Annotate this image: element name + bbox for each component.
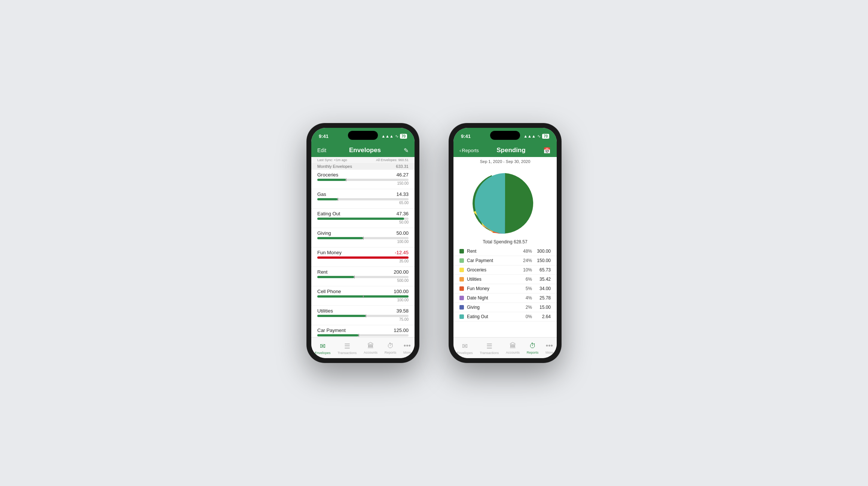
phone-envelopes: 9:41 ▲▲▲ ∿ 70 Edit Envelopes ✎ Last Sync…: [307, 123, 419, 363]
status-bar-2: 9:41 ▲▲▲ ∿ 70: [453, 128, 557, 144]
list-item[interactable]: Utilities 39.58 75.00: [311, 306, 415, 325]
tab-envelopes-1[interactable]: ✉ Envelopes: [315, 342, 330, 355]
legend-name: Giving: [467, 305, 519, 310]
edit-button[interactable]: Edit: [317, 147, 326, 153]
legend-item-groceries[interactable]: Groceries 10% 65.73: [453, 265, 557, 275]
phones-container: 9:41 ▲▲▲ ∿ 70 Edit Envelopes ✎ Last Sync…: [307, 123, 561, 363]
nav-title-1: Envelopes: [349, 147, 381, 154]
list-item[interactable]: Cell Phone 100.00 100.00: [311, 286, 415, 306]
legend-name: Eating Out: [467, 314, 519, 319]
progress-fill: [317, 276, 354, 278]
time-2: 9:41: [461, 133, 471, 139]
envelope-name: Utilities: [317, 308, 333, 314]
compose-icon[interactable]: ✎: [404, 147, 409, 154]
legend-pct: 10%: [519, 267, 532, 273]
progress-fill: [317, 198, 337, 200]
progress-track: [317, 179, 409, 181]
envelope-amount: -12.45: [395, 250, 409, 255]
tab-more-1[interactable]: ••• More: [403, 342, 411, 354]
list-item[interactable]: Fun Money -12.45 35.00: [311, 247, 415, 267]
progress-fill: [317, 315, 366, 317]
legend-color-fun-money: [459, 286, 464, 291]
notch-1: [348, 131, 378, 140]
tab-accounts-2[interactable]: 🏛 Accounts: [506, 342, 520, 354]
envelope-name: Fun Money: [317, 250, 342, 255]
tab-bar-1: ✉ Envelopes ☰ Transactions 🏛 Accounts ⏱ …: [311, 337, 415, 358]
tab-accounts-1[interactable]: 🏛 Accounts: [364, 342, 378, 354]
tab-transactions-1[interactable]: ☰ Transactions: [337, 342, 357, 355]
legend-pct: 0%: [519, 314, 532, 319]
envelope-amount: 47.36: [396, 211, 409, 216]
date-range: Sep 1, 2020 - Sep 30, 2020: [453, 157, 557, 166]
tab-transactions-2[interactable]: ☰ Transactions: [480, 342, 499, 355]
reports-icon-2: ⏱: [529, 342, 536, 350]
tab-label: Envelopes: [315, 351, 330, 355]
battery-badge-2: 70: [542, 134, 549, 139]
tab-more-2[interactable]: ••• More: [545, 342, 553, 354]
list-item[interactable]: Gas 14.33 65.00: [311, 189, 415, 209]
nav-title-2: Spending: [496, 147, 525, 154]
legend-amt: 300.00: [532, 249, 551, 254]
tab-bar-2: ✉ Envelopes ☰ Transactions 🏛 Accounts ⏱ …: [453, 337, 557, 358]
envelope-name: Cell Phone: [317, 289, 341, 294]
envelope-name: Eating Out: [317, 211, 340, 216]
envelope-budget: 100.00: [397, 298, 409, 302]
progress-marker: [354, 276, 355, 279]
envelope-budget: 500.00: [397, 279, 409, 283]
progress-track: [317, 295, 409, 298]
legend-item-rent[interactable]: Rent 48% 300.00: [453, 247, 557, 256]
legend-color-groceries: [459, 268, 464, 272]
envelope-amount: 200.00: [394, 269, 409, 275]
time-1: 9:41: [319, 133, 328, 139]
legend-item-eating-out[interactable]: Eating Out 0% 2.64: [453, 312, 557, 322]
legend-amt: 35.42: [532, 277, 551, 282]
legend-name: Utilities: [467, 277, 519, 282]
progress-track: [317, 256, 409, 259]
legend-pct: 24%: [519, 258, 532, 263]
legend-name: Groceries: [467, 267, 519, 273]
spending-pie-chart: [471, 170, 539, 237]
tab-label: Transactions: [480, 351, 499, 355]
legend-color-car-payment: [459, 258, 464, 263]
list-item[interactable]: Rent 200.00 500.00: [311, 267, 415, 286]
tab-label: Accounts: [364, 351, 378, 354]
tab-label: Reports: [385, 351, 397, 354]
more-icon-2: •••: [546, 342, 553, 350]
legend-item-date-night[interactable]: Date Night 4% 25.78: [453, 293, 557, 303]
all-envelopes-text: All Envelopes: 960.51: [376, 158, 409, 162]
list-item[interactable]: Eating Out 47.36 50.00: [311, 209, 415, 228]
back-label: Reports: [462, 148, 479, 153]
envelope-amount: 125.00: [394, 327, 409, 333]
progress-fill: [317, 179, 346, 181]
legend-item-fun-money[interactable]: Fun Money 5% 34.00: [453, 284, 557, 293]
status-icons-2: ▲▲▲ ∿ 70: [523, 134, 549, 139]
list-item[interactable]: Groceries 46.27 150.00: [311, 170, 415, 189]
more-icon: •••: [404, 342, 411, 350]
reports-nav: ‹ Reports Spending 📅: [453, 144, 557, 157]
list-item[interactable]: Giving 50.00 100.00: [311, 228, 415, 247]
nav-bar-1: Edit Envelopes ✎: [311, 144, 415, 157]
tab-label: More: [403, 351, 411, 354]
progress-track: [317, 334, 409, 336]
tab-envelopes-2[interactable]: ✉ Envelopes: [457, 342, 473, 355]
envelope-name: Rent: [317, 269, 327, 275]
progress-fill: [317, 237, 363, 239]
tab-reports-2[interactable]: ⏱ Reports: [527, 342, 539, 354]
list-item[interactable]: Car Payment 125.00 275.00: [311, 325, 415, 337]
legend-pct: 6%: [519, 277, 532, 282]
signal-icon-2: ▲▲▲: [523, 134, 536, 138]
legend-item-utilities[interactable]: Utilities 6% 35.42: [453, 275, 557, 284]
calendar-icon[interactable]: 📅: [543, 147, 551, 154]
envelope-budget: 75.00: [399, 317, 409, 322]
progress-fill-red: [317, 256, 409, 259]
envelope-name: Gas: [317, 191, 326, 197]
envelope-name: Car Payment: [317, 327, 346, 333]
tab-label: More: [545, 351, 553, 354]
tab-reports-1[interactable]: ⏱ Reports: [385, 342, 397, 354]
legend-item-giving[interactable]: Giving 2% 15.00: [453, 303, 557, 312]
phone-reports: 9:41 ▲▲▲ ∿ 70 ‹ Reports Spending 📅 Sep 1…: [449, 123, 561, 363]
monthly-label: Monthly Envelopes: [317, 164, 352, 169]
legend-amt: 150.00: [532, 258, 551, 263]
back-button[interactable]: ‹ Reports: [459, 148, 479, 153]
legend-item-car-payment[interactable]: Car Payment 24% 150.00: [453, 256, 557, 265]
